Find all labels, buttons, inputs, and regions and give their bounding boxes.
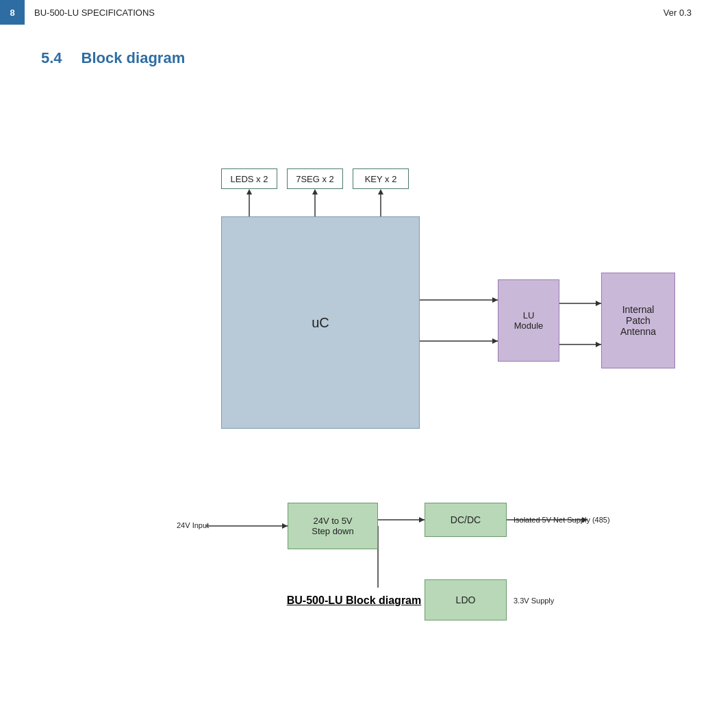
lu-module-label: LU Module: [514, 310, 544, 331]
uc-block: uC: [221, 216, 420, 429]
dcdc-block: DC/DC: [425, 503, 507, 537]
converter-label: 24V to 5V Step down: [312, 516, 353, 536]
section-number: 5.4: [41, 49, 62, 67]
svg-marker-1: [246, 189, 252, 194]
7seg-block: 7SEG x 2: [287, 168, 343, 189]
key-block: KEY x 2: [353, 168, 409, 189]
svg-marker-7: [492, 297, 498, 303]
svg-marker-13: [596, 342, 601, 347]
leds-block: LEDS x 2: [221, 168, 277, 189]
svg-marker-9: [492, 338, 498, 344]
section-title: Block diagram: [81, 49, 186, 67]
antenna-block: Internal Patch Antenna: [601, 273, 675, 368]
section-heading: 5.4 Block diagram: [41, 49, 708, 67]
footer-caption: BU-500-LU Block diagram: [0, 594, 708, 607]
isolated-supply-label: Isolated 5V Net Supply (485): [514, 516, 610, 524]
lu-module-block: LU Module: [498, 279, 559, 362]
svg-marker-5: [378, 189, 383, 194]
block-diagram-area: LEDS x 2 7SEG x 2 KEY x 2 uC LU Module I…: [0, 67, 708, 588]
version-label: Ver 0.3: [663, 8, 692, 18]
input-24v-label: 24V Input: [177, 521, 209, 529]
ldo-block: LDO: [425, 579, 507, 620]
document-title: BU-500-LU SPECIFICATIONS: [34, 8, 663, 18]
page-number: 8: [0, 0, 25, 25]
svg-marker-11: [596, 301, 601, 306]
svg-marker-15: [282, 523, 288, 529]
v33-supply-label: 3.3V Supply: [514, 597, 554, 605]
converter-block: 24V to 5V Step down: [288, 503, 378, 549]
svg-marker-17: [419, 517, 425, 523]
svg-marker-3: [312, 189, 318, 194]
page-header: 8 BU-500-LU SPECIFICATIONS Ver 0.3: [0, 0, 708, 25]
antenna-label: Internal Patch Antenna: [620, 304, 656, 337]
